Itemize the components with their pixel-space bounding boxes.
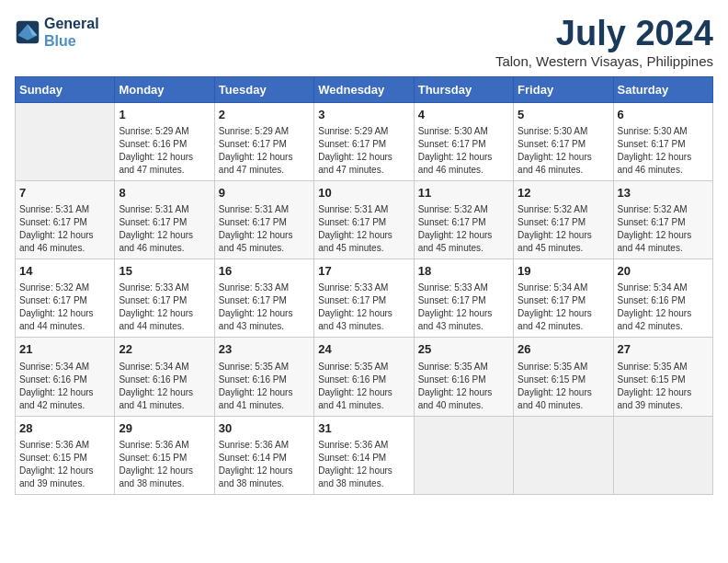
cell-content: Sunrise: 5:32 AM Sunset: 6:17 PM Dayligh… — [19, 282, 110, 333]
cell-content: Sunrise: 5:33 AM Sunset: 6:17 PM Dayligh… — [219, 282, 310, 333]
calendar-cell: 6Sunrise: 5:30 AM Sunset: 6:17 PM Daylig… — [613, 102, 712, 180]
calendar-body: 1Sunrise: 5:29 AM Sunset: 6:16 PM Daylig… — [16, 102, 713, 494]
day-number: 11 — [418, 185, 509, 201]
calendar-cell: 11Sunrise: 5:32 AM Sunset: 6:17 PM Dayli… — [414, 180, 513, 259]
day-number: 27 — [618, 341, 709, 358]
location-subtitle: Talon, Western Visayas, Philippines — [495, 53, 713, 69]
calendar-cell — [16, 102, 115, 180]
calendar-cell: 10Sunrise: 5:31 AM Sunset: 6:17 PM Dayli… — [314, 180, 414, 259]
cell-content: Sunrise: 5:31 AM Sunset: 6:17 PM Dayligh… — [19, 203, 110, 255]
cell-content: Sunrise: 5:32 AM Sunset: 6:17 PM Dayligh… — [618, 203, 709, 255]
calendar-cell: 16Sunrise: 5:33 AM Sunset: 6:17 PM Dayli… — [214, 259, 313, 338]
cell-content: Sunrise: 5:35 AM Sunset: 6:15 PM Dayligh… — [518, 361, 609, 412]
calendar-cell — [514, 416, 613, 494]
header-row: Sunday Monday Tuesday Wednesday Thursday… — [16, 76, 713, 102]
col-wednesday: Wednesday — [314, 76, 414, 102]
cell-content: Sunrise: 5:35 AM Sunset: 6:16 PM Dayligh… — [219, 361, 310, 412]
cell-content: Sunrise: 5:30 AM Sunset: 6:17 PM Dayligh… — [518, 125, 609, 177]
calendar-header: Sunday Monday Tuesday Wednesday Thursday… — [16, 76, 713, 102]
col-friday: Friday — [514, 76, 613, 102]
week-row-4: 28Sunrise: 5:36 AM Sunset: 6:15 PM Dayli… — [16, 416, 713, 494]
calendar-cell: 1Sunrise: 5:29 AM Sunset: 6:16 PM Daylig… — [115, 102, 214, 180]
cell-content: Sunrise: 5:31 AM Sunset: 6:17 PM Dayligh… — [119, 203, 210, 255]
calendar-cell: 18Sunrise: 5:33 AM Sunset: 6:17 PM Dayli… — [414, 259, 513, 338]
calendar-cell: 17Sunrise: 5:33 AM Sunset: 6:17 PM Dayli… — [314, 259, 414, 338]
cell-content: Sunrise: 5:34 AM Sunset: 6:17 PM Dayligh… — [518, 282, 609, 333]
calendar-cell: 9Sunrise: 5:31 AM Sunset: 6:17 PM Daylig… — [214, 180, 313, 259]
cell-content: Sunrise: 5:30 AM Sunset: 6:17 PM Dayligh… — [418, 125, 509, 177]
day-number: 23 — [219, 341, 310, 358]
cell-content: Sunrise: 5:31 AM Sunset: 6:17 PM Dayligh… — [219, 203, 310, 255]
logo: General Blue — [15, 15, 99, 50]
day-number: 21 — [19, 341, 110, 358]
day-number: 16 — [219, 263, 310, 280]
calendar-cell: 2Sunrise: 5:29 AM Sunset: 6:17 PM Daylig… — [214, 102, 313, 180]
cell-content: Sunrise: 5:29 AM Sunset: 6:17 PM Dayligh… — [318, 125, 409, 177]
day-number: 1 — [119, 107, 210, 123]
day-number: 26 — [518, 341, 609, 358]
day-number: 8 — [119, 185, 210, 201]
day-number: 6 — [618, 107, 709, 123]
calendar-cell: 19Sunrise: 5:34 AM Sunset: 6:17 PM Dayli… — [514, 259, 613, 338]
cell-content: Sunrise: 5:36 AM Sunset: 6:14 PM Dayligh… — [219, 439, 310, 490]
calendar-cell: 7Sunrise: 5:31 AM Sunset: 6:17 PM Daylig… — [16, 180, 115, 259]
week-row-0: 1Sunrise: 5:29 AM Sunset: 6:16 PM Daylig… — [16, 102, 713, 180]
calendar-cell: 23Sunrise: 5:35 AM Sunset: 6:16 PM Dayli… — [214, 338, 313, 416]
col-saturday: Saturday — [613, 76, 712, 102]
cell-content: Sunrise: 5:32 AM Sunset: 6:17 PM Dayligh… — [418, 203, 509, 255]
day-number: 28 — [19, 420, 110, 437]
col-monday: Monday — [115, 76, 214, 102]
calendar-cell: 21Sunrise: 5:34 AM Sunset: 6:16 PM Dayli… — [16, 338, 115, 416]
cell-content: Sunrise: 5:30 AM Sunset: 6:17 PM Dayligh… — [618, 125, 709, 177]
logo-icon — [15, 19, 40, 45]
week-row-3: 21Sunrise: 5:34 AM Sunset: 6:16 PM Dayli… — [16, 338, 713, 416]
cell-content: Sunrise: 5:36 AM Sunset: 6:14 PM Dayligh… — [318, 439, 409, 490]
day-number: 14 — [19, 263, 110, 280]
day-number: 9 — [219, 185, 310, 201]
title-block: July 2024 Talon, Western Visayas, Philip… — [495, 15, 713, 69]
cell-content: Sunrise: 5:33 AM Sunset: 6:17 PM Dayligh… — [418, 282, 509, 333]
day-number: 29 — [119, 420, 210, 437]
calendar-cell: 4Sunrise: 5:30 AM Sunset: 6:17 PM Daylig… — [414, 102, 513, 180]
calendar-cell: 28Sunrise: 5:36 AM Sunset: 6:15 PM Dayli… — [16, 416, 115, 494]
day-number: 31 — [318, 420, 409, 437]
day-number: 24 — [318, 341, 409, 358]
cell-content: Sunrise: 5:35 AM Sunset: 6:16 PM Dayligh… — [318, 361, 409, 412]
calendar-cell — [613, 416, 712, 494]
calendar-cell: 22Sunrise: 5:34 AM Sunset: 6:16 PM Dayli… — [115, 338, 214, 416]
week-row-2: 14Sunrise: 5:32 AM Sunset: 6:17 PM Dayli… — [16, 259, 713, 338]
day-number: 3 — [318, 107, 409, 123]
month-year-title: July 2024 — [495, 15, 713, 53]
calendar-cell — [414, 416, 513, 494]
cell-content: Sunrise: 5:33 AM Sunset: 6:17 PM Dayligh… — [318, 282, 409, 333]
cell-content: Sunrise: 5:34 AM Sunset: 6:16 PM Dayligh… — [618, 282, 709, 333]
calendar-cell: 20Sunrise: 5:34 AM Sunset: 6:16 PM Dayli… — [613, 259, 712, 338]
cell-content: Sunrise: 5:36 AM Sunset: 6:15 PM Dayligh… — [119, 439, 210, 490]
day-number: 20 — [618, 263, 709, 280]
calendar-cell: 27Sunrise: 5:35 AM Sunset: 6:15 PM Dayli… — [613, 338, 712, 416]
col-tuesday: Tuesday — [214, 76, 313, 102]
calendar-cell: 13Sunrise: 5:32 AM Sunset: 6:17 PM Dayli… — [613, 180, 712, 259]
day-number: 7 — [19, 185, 110, 201]
cell-content: Sunrise: 5:33 AM Sunset: 6:17 PM Dayligh… — [119, 282, 210, 333]
week-row-1: 7Sunrise: 5:31 AM Sunset: 6:17 PM Daylig… — [16, 180, 713, 259]
cell-content: Sunrise: 5:29 AM Sunset: 6:17 PM Dayligh… — [219, 125, 310, 177]
day-number: 2 — [219, 107, 310, 123]
calendar-cell: 8Sunrise: 5:31 AM Sunset: 6:17 PM Daylig… — [115, 180, 214, 259]
day-number: 22 — [119, 341, 210, 358]
day-number: 30 — [219, 420, 310, 437]
calendar-cell: 15Sunrise: 5:33 AM Sunset: 6:17 PM Dayli… — [115, 259, 214, 338]
calendar-table: Sunday Monday Tuesday Wednesday Thursday… — [15, 76, 713, 495]
calendar-cell: 14Sunrise: 5:32 AM Sunset: 6:17 PM Dayli… — [16, 259, 115, 338]
day-number: 13 — [618, 185, 709, 201]
cell-content: Sunrise: 5:29 AM Sunset: 6:16 PM Dayligh… — [119, 125, 210, 177]
day-number: 19 — [518, 263, 609, 280]
cell-content: Sunrise: 5:35 AM Sunset: 6:15 PM Dayligh… — [618, 361, 709, 412]
page-header: General Blue July 2024 Talon, Western Vi… — [15, 15, 713, 69]
calendar-cell: 12Sunrise: 5:32 AM Sunset: 6:17 PM Dayli… — [514, 180, 613, 259]
cell-content: Sunrise: 5:34 AM Sunset: 6:16 PM Dayligh… — [19, 361, 110, 412]
calendar-cell: 29Sunrise: 5:36 AM Sunset: 6:15 PM Dayli… — [115, 416, 214, 494]
day-number: 12 — [518, 185, 609, 201]
cell-content: Sunrise: 5:31 AM Sunset: 6:17 PM Dayligh… — [318, 203, 409, 255]
calendar-cell: 31Sunrise: 5:36 AM Sunset: 6:14 PM Dayli… — [314, 416, 414, 494]
